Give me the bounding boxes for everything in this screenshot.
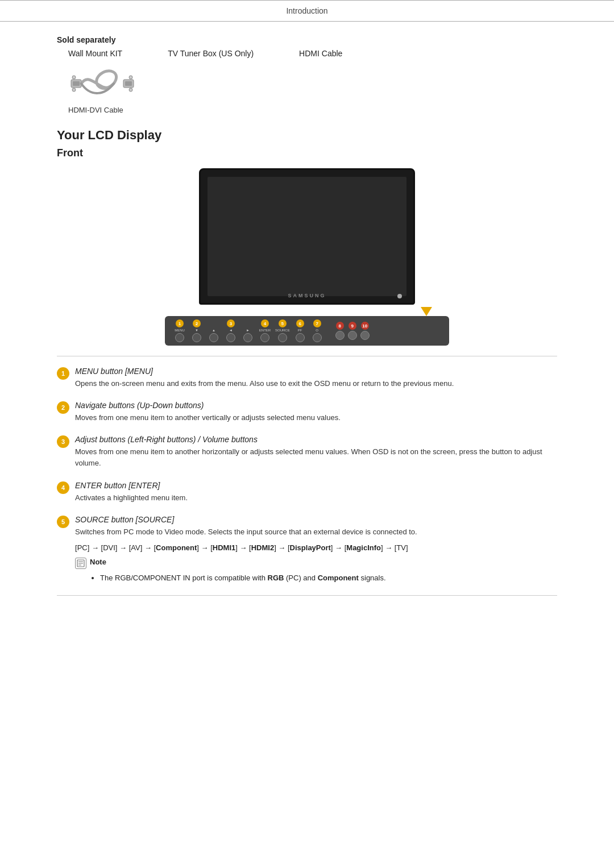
button-content-1: MENU button [MENU] Opens the on-screen m… [75, 367, 557, 393]
button-item-3: 3 Adjust buttons (Left-Right buttons) / … [57, 435, 557, 472]
page-title: Introduction [286, 6, 327, 15]
arrow-down-icon [421, 307, 432, 316]
control-group-8: 8 [335, 322, 345, 340]
control-group-5: 5 SOURCE [275, 319, 290, 342]
button-content-5: SOURCE button [SOURCE] Switches from PC … [75, 515, 557, 585]
buttons-list: 1 MENU button [MENU] Opens the on-screen… [57, 367, 557, 585]
monitor-illustration: SAMSUNG 1 MENU 2 ▼ [57, 168, 557, 346]
lcd-display-title: Your LCD Display [57, 128, 557, 143]
control-num-6: 6 [296, 319, 304, 327]
badge-3: 3 [57, 435, 69, 448]
control-dot-5 [278, 333, 287, 342]
control-num-8: 8 [336, 322, 344, 330]
note-component: Component [318, 574, 359, 582]
svg-point-7 [129, 88, 132, 92]
accessory-wall-mount: Wall Mount KIT [68, 49, 122, 58]
control-num-5: 5 [279, 319, 287, 327]
sold-separately-label: Sold separately [57, 35, 557, 44]
path-displayport: Dis­playPort [290, 543, 331, 552]
path-component: Component [156, 543, 197, 552]
control-dot-10 [360, 331, 370, 340]
control-dot-1 [175, 333, 184, 342]
button-item-2: 2 Navigate buttons (Up-Down buttons) Mov… [57, 401, 557, 427]
controls-strip: 1 MENU 2 ▼ ▲ 3 ◄ [165, 316, 449, 346]
page-header: Introduction [0, 0, 614, 22]
control-dot-3b [243, 333, 252, 342]
badge-5: 5 [57, 516, 69, 528]
button-desc-4: Activates a highlighted menu item. [75, 492, 557, 504]
button-item-4: 4 ENTER button [ENTER] Activates a highl… [57, 481, 557, 507]
main-content: Sold separately Wall Mount KIT TV Tuner … [0, 35, 614, 596]
source-path: [PC] → [DVI] → [AV] → [Component] → [HDM… [75, 542, 557, 554]
control-group-6: 6 PF [293, 319, 307, 342]
lcd-display-section: Your LCD Display Front SAMSUNG 1 MENU [57, 128, 557, 346]
monitor-body: SAMSUNG [199, 168, 415, 305]
badge-2: 2 [57, 401, 69, 414]
monitor-power-light [397, 294, 402, 298]
control-group-3: 3 ◄ [224, 319, 238, 342]
control-num-4: 4 [261, 319, 269, 327]
note-rgb: RGB [268, 574, 284, 582]
svg-point-6 [72, 88, 76, 92]
control-group-2b: ▲ [207, 319, 221, 342]
separator-line [57, 356, 557, 356]
control-group-4: 4 ENTER [258, 319, 272, 342]
hdmi-dvi-cable-icon [68, 64, 136, 103]
svg-point-5 [129, 76, 132, 79]
button-desc-1: Opens the on-screen menu and exits from … [75, 378, 557, 389]
path-hdmi2: HDMI2 [251, 543, 274, 552]
path-hdmi1: HDMI1 [213, 543, 235, 552]
path-pc: PC [77, 543, 88, 552]
note-content: The RGB/COMPONENT IN port is compatible … [75, 572, 557, 584]
svg-rect-1 [73, 81, 80, 86]
control-dot-2b [209, 333, 218, 342]
control-dot-6 [296, 333, 305, 342]
control-num-2: 2 [193, 319, 201, 327]
button-item-1: 1 MENU button [MENU] Opens the on-screen… [57, 367, 557, 393]
arrow-wrapper [165, 307, 449, 316]
path-magicinfo: MagicInfo [346, 543, 381, 552]
button-title-4: ENTER button [ENTER] [75, 481, 557, 490]
button-title-1: MENU button [MENU] [75, 367, 557, 376]
badge-4: 4 [57, 481, 69, 494]
button-content-2: Navigate buttons (Up-Down buttons) Moves… [75, 401, 557, 427]
button-title-2: Navigate buttons (Up-Down buttons) [75, 401, 557, 410]
path-tv: TV [396, 543, 406, 552]
button-title-3: Adjust buttons (Left-Right buttons) / Vo… [75, 435, 557, 444]
control-num-9: 9 [349, 322, 356, 330]
control-group-3b: ► [241, 319, 255, 342]
hdmi-dvi-label: HDMI-DVI Cable [68, 106, 557, 114]
note-icon [75, 558, 86, 569]
control-group-10: 10 [360, 322, 370, 340]
control-num-7: 7 [313, 319, 321, 327]
button-desc-2: Moves from one menu item to another vert… [75, 412, 557, 423]
button-content-3: Adjust buttons (Left-Right buttons) / Vo… [75, 435, 557, 472]
control-dot-9 [348, 331, 357, 340]
control-group-9: 9 [348, 322, 357, 340]
sold-separately-section: Sold separately Wall Mount KIT TV Tuner … [57, 35, 557, 114]
control-dot-3a [226, 333, 235, 342]
control-group-7: 7 O [310, 319, 324, 342]
accessory-hdmi-cable: HDMI Cable [299, 49, 342, 58]
control-num-1: 1 [176, 319, 184, 327]
front-label: Front [57, 147, 557, 159]
path-dvi: DVI [103, 543, 115, 552]
control-dot-8 [335, 331, 345, 340]
badge-1: 1 [57, 367, 69, 380]
control-num-3: 3 [227, 319, 235, 327]
control-group-1: 1 MENU [173, 319, 186, 342]
monitor-brand-label: SAMSUNG [288, 293, 326, 298]
button-content-4: ENTER button [ENTER] Activates a highlig… [75, 481, 557, 507]
accessory-tv-tuner: TV Tuner Box (US Only) [168, 49, 254, 58]
pencil-note-icon [77, 559, 85, 567]
accessories-image-row [68, 64, 557, 103]
svg-rect-3 [125, 81, 132, 86]
control-dot-7 [313, 333, 322, 342]
monitor-screen [208, 177, 406, 296]
note-box: Note [75, 558, 557, 569]
note-label: Note [90, 558, 106, 566]
control-dot-2a [192, 333, 201, 342]
control-group-2: 2 ▼ [190, 319, 204, 342]
control-num-10: 10 [361, 322, 369, 330]
button-desc-3: Moves from one menu item to another hori… [75, 446, 557, 469]
